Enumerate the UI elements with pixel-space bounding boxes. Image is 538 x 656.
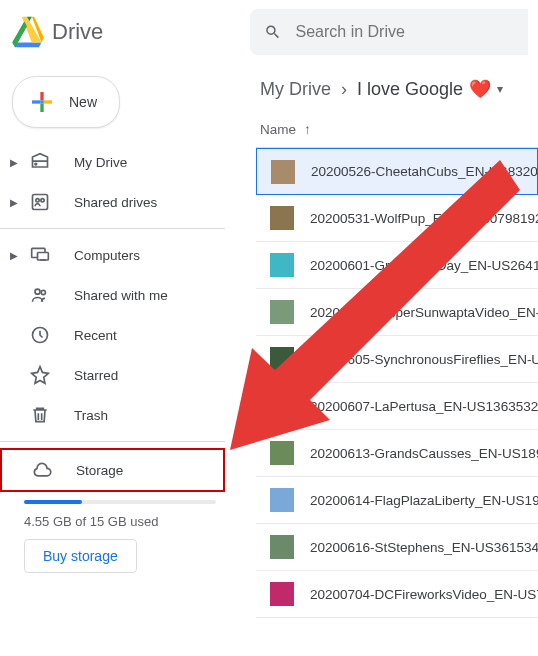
file-thumbnail [270,300,294,324]
caret-icon: ▶ [8,197,20,208]
computers-icon [28,243,52,267]
file-row[interactable]: 20200602-JasperSunwaptaVideo_EN-U [256,289,538,336]
file-name: 20200601-GreatReefDay_EN-US264169 [310,258,538,273]
file-row[interactable]: 20200526-CheetahCubs_EN-US83203 [256,148,538,195]
logo[interactable]: Drive [10,15,250,49]
file-thumbnail [270,488,294,512]
file-name: 20200607-LaPertusa_EN-US13635320 [310,399,538,414]
sidebar-item-label: Computers [74,248,140,263]
file-name: 20200602-JasperSunwaptaVideo_EN-U [310,305,538,320]
caret-icon: ▶ [8,157,20,168]
shared-drives-icon [28,190,52,214]
file-thumbnail [270,535,294,559]
svg-point-8 [41,290,45,294]
app-name: Drive [52,19,103,45]
file-name: 20200704-DCFireworksVideo_EN-US78 [310,587,538,602]
svg-rect-6 [38,253,49,261]
drive-logo-icon [10,15,44,49]
sidebar-item-shared-drives[interactable]: ▶ Shared drives [0,182,240,222]
heart-icon: ❤️ [469,78,491,100]
my-drive-icon [28,150,52,174]
buy-storage-button[interactable]: Buy storage [24,539,137,573]
sidebar-item-storage[interactable]: Storage [2,450,223,490]
file-name: 20200531-WolfPup_EN-US2607981923 [310,211,538,226]
main-panel: My Drive › I love Google ❤️ ▾ Name ↑ 202… [256,64,538,618]
sidebar-item-starred[interactable]: Starred [0,355,240,395]
sidebar-item-label: Shared with me [74,288,168,303]
file-row[interactable]: 20200616-StStephens_EN-US3615346 [256,524,538,571]
shared-with-me-icon [28,283,52,307]
sidebar-item-label: Storage [76,463,123,478]
file-name: 20200605-SynchronousFireflies_EN-US [310,352,538,367]
file-thumbnail [271,160,295,184]
file-row[interactable]: 20200613-GrandsCausses_EN-US1892 [256,430,538,477]
file-row[interactable]: 20200614-FlagPlazaLiberty_EN-US196 [256,477,538,524]
search-input[interactable] [295,23,514,41]
sort-asc-icon: ↑ [304,122,311,137]
sidebar-item-label: Recent [74,328,117,343]
trash-icon [28,403,52,427]
sidebar-item-label: Starred [74,368,118,383]
recent-icon [28,323,52,347]
svg-rect-0 [40,100,43,103]
sidebar-item-recent[interactable]: Recent [0,315,240,355]
header: Drive [0,0,538,64]
svg-point-1 [35,163,37,165]
storage-icon [30,458,54,482]
divider [0,228,225,229]
column-header-name[interactable]: Name ↑ [256,114,538,148]
storage-progress-fill [24,500,82,504]
plus-icon [27,87,57,117]
breadcrumb: My Drive › I love Google ❤️ ▾ [256,64,538,114]
file-row[interactable]: 20200704-DCFireworksVideo_EN-US78 [256,571,538,618]
file-thumbnail [270,441,294,465]
storage-progress [24,500,216,504]
file-thumbnail [270,253,294,277]
sidebar-item-shared-with-me[interactable]: Shared with me [0,275,240,315]
file-thumbnail [270,206,294,230]
starred-icon [28,363,52,387]
file-row[interactable]: 20200605-SynchronousFireflies_EN-US [256,336,538,383]
storage-highlight-box: Storage [0,448,225,492]
file-list: 20200526-CheetahCubs_EN-US8320320200531-… [256,148,538,618]
sidebar-item-label: Trash [74,408,108,423]
file-thumbnail [270,582,294,606]
sidebar-item-label: Shared drives [74,195,157,210]
search-bar[interactable] [250,9,528,55]
sidebar-item-my-drive[interactable]: ▶ My Drive [0,142,240,182]
sidebar: New ▶ My Drive ▶ Shared drives ▶ Compute… [0,64,240,583]
chevron-down-icon: ▾ [497,82,503,96]
sidebar-item-trash[interactable]: Trash [0,395,240,435]
svg-point-7 [35,289,40,294]
file-thumbnail [270,394,294,418]
file-row[interactable]: 20200607-LaPertusa_EN-US13635320 [256,383,538,430]
storage-text: 4.55 GB of 15 GB used [24,514,240,529]
file-name: 20200614-FlagPlazaLiberty_EN-US196 [310,493,538,508]
svg-rect-2 [33,195,48,210]
svg-point-3 [36,199,39,202]
chevron-right-icon: › [341,79,347,100]
search-icon [264,22,281,42]
file-row[interactable]: 20200531-WolfPup_EN-US2607981923 [256,195,538,242]
file-thumbnail [270,347,294,371]
sidebar-item-label: My Drive [74,155,127,170]
file-row[interactable]: 20200601-GreatReefDay_EN-US264169 [256,242,538,289]
file-name: 20200616-StStephens_EN-US3615346 [310,540,538,555]
file-name: 20200526-CheetahCubs_EN-US83203 [311,164,537,179]
divider [0,441,225,442]
breadcrumb-current[interactable]: I love Google ❤️ ▾ [357,78,503,100]
svg-point-4 [41,199,44,202]
file-name: 20200613-GrandsCausses_EN-US1892 [310,446,538,461]
new-button-label: New [69,94,97,110]
new-button[interactable]: New [12,76,120,128]
sidebar-item-computers[interactable]: ▶ Computers [0,235,240,275]
breadcrumb-parent[interactable]: My Drive [260,79,331,100]
caret-icon: ▶ [8,250,20,261]
